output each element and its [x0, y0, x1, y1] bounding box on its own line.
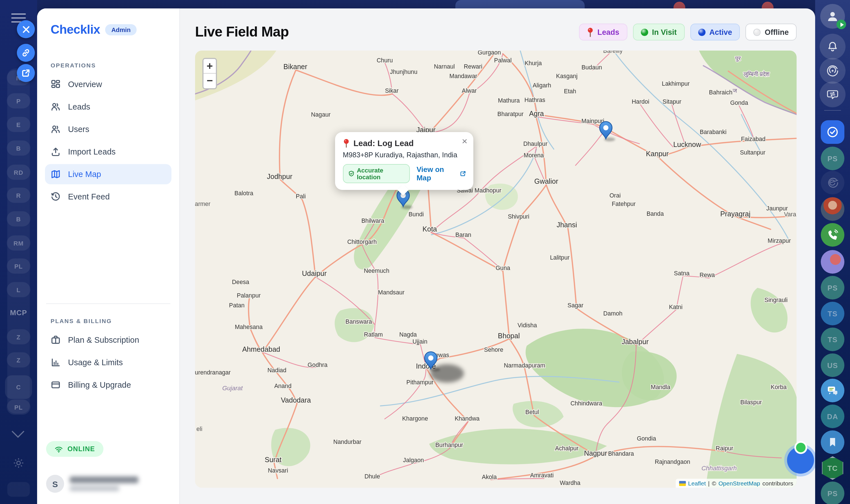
app-badge-da[interactable]: DA: [821, 404, 844, 428]
map-city-label: Palanpur: [237, 292, 261, 299]
dock-item-b[interactable]: B: [7, 211, 30, 227]
map-city-label: Bikaner: [283, 62, 307, 71]
map-city-label: Rewari: [464, 63, 482, 70]
dock-item-b[interactable]: B: [7, 141, 30, 156]
view-on-map-link[interactable]: View on Map: [417, 165, 466, 182]
sidebar-item-label: Billing & Upgrade: [68, 380, 131, 390]
app-badge-ps[interactable]: PS: [821, 276, 844, 300]
map-city-label: Jhansi: [556, 221, 577, 229]
sidebar-item-users[interactable]: Users: [45, 119, 172, 139]
live-map[interactable]: BikanerChuruGurgaonNarnaulRewariMandawar…: [195, 51, 797, 488]
zoom-out-button[interactable]: −: [203, 74, 216, 88]
filter-label: Active: [709, 28, 732, 36]
map-city-label: Lalitpur: [550, 254, 569, 261]
map-city-label: Bharatpur: [497, 111, 524, 118]
filter-label: Leads: [597, 28, 619, 36]
filter-offline[interactable]: Offline: [746, 23, 797, 40]
sidebar-item-usage-limits[interactable]: Usage & Limits: [45, 352, 172, 373]
chat-sync-icon[interactable]: [820, 82, 846, 107]
ukraine-flag-icon: [679, 481, 686, 486]
sidebar-item-event-feed[interactable]: Event Feed: [45, 186, 172, 207]
sidebar-item-plan-subscription[interactable]: Plan & Subscription: [45, 330, 172, 350]
sidebar-item-overview[interactable]: Overview: [45, 74, 172, 94]
map-city-label: Satna: [674, 270, 690, 276]
close-action-button[interactable]: [17, 20, 35, 38]
gear-icon[interactable]: [12, 456, 25, 472]
dock-item-p[interactable]: P: [7, 93, 30, 108]
orbit-icon[interactable]: [820, 58, 846, 84]
dock-item-z[interactable]: Z: [7, 352, 30, 367]
map-city-label: Korba: [771, 384, 787, 390]
filter-leads[interactable]: Leads: [579, 23, 627, 40]
sidebar-item-live-map[interactable]: Live Map: [45, 164, 172, 184]
zoom-in-button[interactable]: +: [203, 59, 216, 74]
external-action-button[interactable]: [17, 64, 35, 82]
page-title: Live Field Map: [195, 23, 289, 40]
close-icon[interactable]: ×: [462, 136, 467, 146]
openstreetmap-link[interactable]: OpenStreetMap: [719, 480, 760, 487]
map-icon: [51, 169, 61, 179]
left-dock-rail: NPEBRDRBRMPLLMCPZZCPL: [0, 0, 37, 504]
app-badge-ts[interactable]: TS: [821, 328, 844, 351]
app-hexagon-tc[interactable]: TC: [821, 456, 844, 480]
app-badge-us[interactable]: US: [821, 354, 844, 377]
map-city-label: Bhandara: [608, 450, 634, 457]
map-city-label: Alwar: [462, 87, 477, 94]
map-city-label: Hathras: [525, 97, 545, 103]
dock-item-z[interactable]: Z: [7, 329, 30, 344]
dock-item-rm[interactable]: RM: [7, 235, 30, 251]
user-profile-row[interactable]: S: [46, 475, 138, 493]
avatar: S: [46, 475, 64, 493]
phone-app-icon[interactable]: [821, 223, 844, 247]
sidebar-item-label: Usage & Limits: [68, 358, 123, 367]
map-city-label: Ujjain: [413, 338, 427, 345]
map-city-label: लुम्बिनी प्रदेश: [743, 71, 769, 78]
background-browser-tab: [455, 0, 585, 9]
map-city-label: Balotra: [234, 190, 253, 196]
dock-item-c[interactable]: C: [5, 375, 32, 399]
map-city-label: Barabanki: [700, 129, 726, 135]
user-avatar[interactable]: [820, 4, 845, 29]
map-city-label: Akola: [482, 474, 497, 480]
dock-item-l[interactable]: L: [7, 282, 30, 297]
sidebar-item-leads[interactable]: Leads: [45, 97, 172, 117]
user-name-redacted: [70, 476, 138, 491]
filter-active[interactable]: Active: [690, 23, 740, 40]
map-zoom-control: + −: [202, 58, 217, 89]
app-badge-ps[interactable]: PS: [821, 482, 844, 504]
avatar-photo[interactable]: [821, 250, 844, 274]
chevron-down-icon[interactable]: [12, 425, 24, 438]
map-city-label: Singrauli: [764, 297, 787, 303]
map-city-label: Pithampur: [406, 379, 434, 386]
chat-bubbles-app-icon[interactable]: [821, 379, 844, 402]
link-action-button[interactable]: [17, 44, 35, 62]
map-city-label: Vara: [784, 211, 796, 217]
map-city-label: Faizabad: [741, 136, 765, 142]
map-city-label: Sikar: [385, 87, 399, 94]
leaflet-link[interactable]: Leaflet: [688, 480, 706, 487]
sidebar-item-label: Plan & Subscription: [68, 336, 139, 344]
app-badge-ts[interactable]: TS: [821, 302, 844, 325]
filter-in-visit[interactable]: In Visit: [633, 23, 685, 40]
map-city-label: Bhopal: [498, 332, 520, 340]
dock-item-r[interactable]: R: [7, 188, 30, 203]
nav-section-label: OPERATIONS: [37, 62, 179, 69]
map-city-label: Neemuch: [364, 267, 390, 274]
bookmark-app-icon[interactable]: [821, 430, 844, 454]
bell-icon[interactable]: [820, 34, 846, 59]
sidebar-item-import-leads[interactable]: Import Leads: [45, 142, 172, 162]
avatar-photo[interactable]: [821, 197, 844, 221]
dock-item-rd[interactable]: RD: [7, 165, 30, 180]
dock-item-mcp[interactable]: MCP: [7, 305, 30, 320]
map-city-label: Gondia: [637, 435, 656, 442]
dock-item-pl[interactable]: PL: [7, 258, 30, 274]
sidebar-item-label: Import Leads: [68, 147, 116, 156]
dock-item-e[interactable]: E: [7, 117, 30, 132]
sidebar-item-billing-upgrade[interactable]: Billing & Upgrade: [45, 375, 172, 395]
swirl-logo-icon[interactable]: [821, 171, 844, 194]
check-circle-app-icon[interactable]: [821, 120, 844, 144]
dock-item-pl[interactable]: PL: [7, 399, 30, 415]
map-city-label: Nagpur: [584, 449, 607, 457]
map-city-label: Surendranagar: [195, 369, 231, 376]
app-badge-ps[interactable]: PS: [821, 147, 844, 170]
